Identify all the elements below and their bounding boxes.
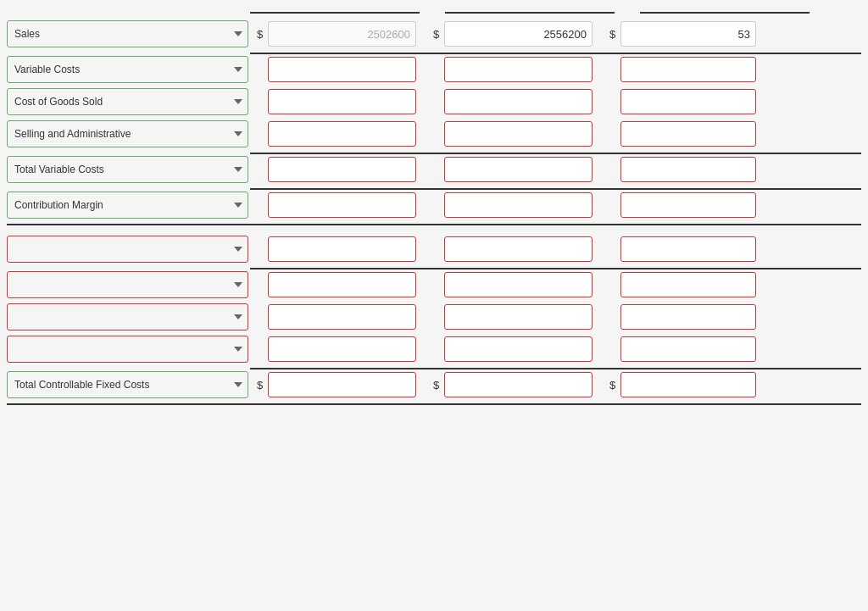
budget-input-selling-admin[interactable]	[268, 121, 416, 147]
budget-group-selling-admin	[257, 121, 416, 147]
budget-input-cost-of-goods-sold[interactable]	[268, 89, 416, 114]
actual-group-empty-1	[433, 236, 593, 262]
label-cell-cost-of-goods-sold: Cost of Goods Sold	[7, 88, 248, 115]
row-empty-2	[0, 271, 868, 298]
variance-input-total-controllable-fixed[interactable]	[620, 372, 756, 397]
budget-group-total-controllable-fixed: $	[257, 372, 416, 397]
variance-input-cost-of-goods-sold[interactable]	[620, 89, 756, 114]
row-empty-3	[0, 303, 868, 330]
label-cell-empty-2	[7, 271, 248, 298]
row-contribution-margin: Contribution Margin	[0, 192, 868, 219]
label-cell-selling-admin: Selling and Administrative	[7, 120, 248, 147]
budget-input-total-controllable-fixed[interactable]	[268, 372, 416, 397]
variance-input-total-variable-costs[interactable]	[620, 157, 756, 182]
row-total-variable-costs: Total Variable Costs	[0, 156, 868, 183]
budget-input-empty-2[interactable]	[268, 272, 416, 297]
divider-after-sales	[250, 53, 861, 54]
rows-container: Sales$$$Variable CostsCost of Goods Sold…	[0, 20, 868, 405]
actual-group-variable-costs	[433, 57, 593, 82]
actual-input-empty-1[interactable]	[444, 236, 593, 262]
actual-input-total-controllable-fixed[interactable]	[444, 372, 593, 397]
label-select-total-controllable-fixed[interactable]: Total Controllable Fixed Costs	[7, 371, 248, 398]
label-cell-empty-1	[7, 236, 248, 263]
actual-input-sales[interactable]	[444, 21, 593, 47]
actual-group-empty-3	[433, 304, 593, 330]
budget-input-sales[interactable]	[268, 21, 416, 47]
label-select-variable-costs[interactable]: Variable Costs	[7, 56, 248, 83]
variance-group-empty-2	[609, 272, 756, 297]
actual-group-total-controllable-fixed: $	[433, 372, 593, 397]
actual-group-contribution-margin	[433, 192, 593, 218]
label-select-cost-of-goods-sold[interactable]: Cost of Goods Sold	[7, 88, 248, 115]
label-select-contribution-margin[interactable]: Contribution Margin	[7, 192, 248, 219]
row-total-controllable-fixed: Total Controllable Fixed Costs$$$	[0, 371, 868, 398]
budget-input-empty-4[interactable]	[268, 336, 416, 362]
actual-input-empty-4[interactable]	[444, 336, 593, 362]
row-cost-of-goods-sold: Cost of Goods Sold	[0, 88, 868, 115]
variance-input-empty-4[interactable]	[620, 336, 756, 362]
actual-input-total-variable-costs[interactable]	[444, 157, 593, 182]
label-cell-variable-costs: Variable Costs	[7, 56, 248, 83]
final-divider	[7, 403, 861, 405]
actual-header	[445, 8, 615, 14]
dollar-sign-budget: $	[257, 379, 265, 392]
budget-input-empty-1[interactable]	[268, 236, 416, 262]
variance-group-empty-3	[609, 304, 756, 330]
actual-input-contribution-margin[interactable]	[444, 192, 593, 218]
budget-input-contribution-margin[interactable]	[268, 192, 416, 218]
actual-input-selling-admin[interactable]	[444, 121, 593, 147]
label-select-sales[interactable]: Sales	[7, 20, 248, 47]
budget-group-cost-of-goods-sold	[257, 89, 416, 114]
label-cell-total-variable-costs: Total Variable Costs	[7, 156, 248, 183]
budget-group-empty-1	[257, 236, 416, 262]
variance-input-selling-admin[interactable]	[620, 121, 756, 147]
label-cell-empty-4	[7, 336, 248, 363]
budget-input-total-variable-costs[interactable]	[268, 157, 416, 182]
dollar-sign-actual: $	[433, 28, 442, 41]
budget-header	[250, 8, 420, 14]
budget-group-total-variable-costs	[257, 157, 416, 182]
variance-input-variable-costs[interactable]	[620, 57, 756, 82]
dollar-sign-budget: $	[257, 28, 265, 41]
row-sales: Sales$$$	[0, 20, 868, 47]
budget-group-empty-2	[257, 272, 416, 297]
variance-input-contribution-margin[interactable]	[620, 192, 756, 218]
label-select-empty-3[interactable]	[7, 303, 248, 330]
budget-input-empty-3[interactable]	[268, 304, 416, 330]
variance-input-empty-3[interactable]	[620, 304, 756, 330]
budget-group-empty-4	[257, 336, 416, 362]
label-cell-total-controllable-fixed: Total Controllable Fixed Costs	[7, 371, 248, 398]
label-cell-empty-3	[7, 303, 248, 330]
column-headers	[0, 8, 868, 14]
variance-group-sales: $	[609, 21, 756, 47]
row-empty-4	[0, 336, 868, 363]
budget-group-empty-3	[257, 304, 416, 330]
actual-input-cost-of-goods-sold[interactable]	[444, 89, 593, 114]
label-select-selling-admin[interactable]: Selling and Administrative	[7, 120, 248, 147]
variance-group-cost-of-goods-sold	[609, 89, 756, 114]
label-select-total-variable-costs[interactable]: Total Variable Costs	[7, 156, 248, 183]
actual-group-selling-admin	[433, 121, 593, 147]
variance-group-empty-1	[609, 236, 756, 262]
row-empty-1	[0, 236, 868, 263]
budget-input-variable-costs[interactable]	[268, 57, 416, 82]
actual-input-variable-costs[interactable]	[444, 57, 593, 82]
variance-input-empty-1[interactable]	[620, 236, 756, 262]
actual-group-empty-4	[433, 336, 593, 362]
row-variable-costs: Variable Costs	[0, 56, 868, 83]
label-select-empty-2[interactable]	[7, 271, 248, 298]
actual-input-empty-2[interactable]	[444, 272, 593, 297]
dollar-sign-variance: $	[609, 28, 618, 41]
budget-group-contribution-margin	[257, 192, 416, 218]
actual-input-empty-3[interactable]	[444, 304, 593, 330]
label-select-empty-1[interactable]	[7, 236, 248, 263]
spreadsheet-container: Sales$$$Variable CostsCost of Goods Sold…	[0, 0, 868, 611]
variance-group-total-controllable-fixed: $	[609, 372, 756, 397]
variance-header	[640, 8, 810, 14]
budget-group-variable-costs	[257, 57, 416, 82]
variance-input-empty-2[interactable]	[620, 272, 756, 297]
label-select-empty-4[interactable]	[7, 336, 248, 363]
row-selling-admin: Selling and Administrative	[0, 120, 868, 147]
spacer	[0, 227, 868, 236]
variance-input-sales[interactable]	[620, 21, 756, 47]
